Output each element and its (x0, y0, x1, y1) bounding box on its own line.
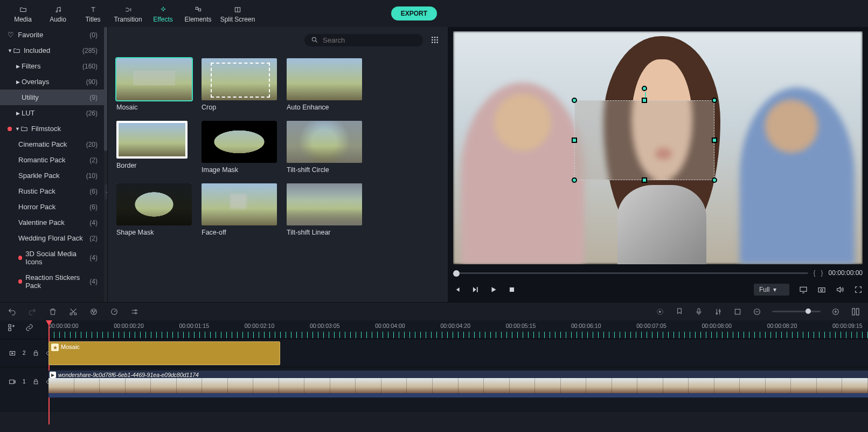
sidebar-pack-item[interactable]: Romantic Pack(2) (0, 152, 107, 168)
sidebar-count: (90) (86, 78, 101, 86)
snapshot-icon[interactable] (817, 285, 826, 294)
undo-button[interactable] (8, 307, 16, 316)
speed-button[interactable] (110, 307, 119, 316)
export-button[interactable]: EXPORT (391, 6, 437, 20)
scrub-knob[interactable] (453, 270, 460, 277)
tab-media[interactable]: Media (5, 4, 40, 23)
zoom-slider[interactable] (772, 311, 821, 312)
play-pause-button[interactable] (471, 286, 479, 293)
tab-titles[interactable]: Titles (75, 4, 110, 23)
stop-button[interactable] (508, 286, 516, 293)
resize-handle-tl[interactable] (572, 98, 577, 103)
scrub-track[interactable] (453, 272, 808, 274)
thumb-image (116, 121, 188, 159)
resize-handle-ml[interactable] (572, 138, 577, 143)
resize-handle-bl[interactable] (572, 177, 577, 183)
cut-button[interactable] (69, 307, 78, 316)
effect-thumb-shape-mask[interactable]: Shape Mask (116, 183, 192, 236)
sidebar-scrollbar[interactable] (104, 27, 107, 302)
delete-button[interactable] (48, 307, 57, 316)
tab-audio[interactable]: Audio (40, 4, 75, 23)
tab-effects[interactable]: Effects (145, 4, 180, 23)
tab-splitscreen[interactable]: Split Screen (216, 4, 260, 23)
sidebar-pack-item[interactable]: Rustic Pack(6) (0, 183, 107, 199)
lock-icon[interactable] (32, 378, 39, 385)
fullscreen-icon[interactable] (854, 285, 863, 294)
play-button[interactable] (490, 286, 497, 293)
volume-icon[interactable] (836, 285, 844, 294)
rotate-handle[interactable] (642, 86, 647, 91)
timeline-ruler[interactable]: 00:00:00:0000:00:00:2000:00:01:1500:00:0… (48, 320, 868, 339)
sidebar-pack-item[interactable]: Valentine Pack(4) (0, 215, 107, 230)
effect-thumb-auto-enhance[interactable]: Auto Enhance (287, 58, 362, 111)
grid-view-icon[interactable] (430, 36, 439, 44)
sidebar-pack-item[interactable]: 3D Social Media Icons(4) (0, 246, 107, 270)
prev-frame-button[interactable] (453, 286, 461, 293)
voiceover-button[interactable] (695, 307, 703, 316)
effect-thumb-mosaic[interactable]: Mosaic (116, 58, 192, 111)
preview-viewer[interactable] (453, 31, 863, 264)
mark-in[interactable]: { (814, 269, 816, 277)
link-button[interactable] (25, 324, 33, 332)
color-button[interactable] (89, 307, 98, 316)
ruler-label: 00:00:01:15 (179, 323, 209, 329)
zoom-out-button[interactable] (753, 307, 761, 316)
redo-button[interactable] (28, 307, 37, 316)
sidebar-pack-item[interactable]: Wedding Floral Pack(2) (0, 230, 107, 246)
zoom-knob[interactable] (805, 308, 811, 314)
sidebar-pack-item[interactable]: Sparkle Pack(10) (0, 168, 107, 183)
resize-handle-bm[interactable] (642, 177, 647, 183)
sidebar-label: Sparkle Pack (18, 172, 60, 180)
effect-clip-mosaic[interactable]: ★ Mosaic (48, 341, 280, 365)
zoom-in-button[interactable] (831, 307, 840, 316)
thumb-label: Border (116, 162, 192, 169)
resize-handle-br[interactable] (712, 177, 717, 183)
sidebar-item-filmstock[interactable]: ▼ Filmstock (0, 121, 107, 136)
tab-label: Effects (145, 16, 180, 23)
thumb-image (202, 58, 277, 100)
mark-out[interactable]: } (821, 269, 823, 277)
sidebar-collapse-handle[interactable]: ◀ (105, 184, 108, 200)
effect-thumb-face-off[interactable]: Face-off (202, 183, 277, 236)
track-number: 1 (23, 379, 26, 385)
settings-button[interactable] (130, 307, 139, 316)
resize-handle-mr[interactable] (712, 138, 717, 143)
tab-elements[interactable]: Elements (180, 4, 216, 23)
zoom-fit-button[interactable] (851, 307, 860, 317)
effect-thumb-image-mask[interactable]: Image Mask (202, 121, 277, 174)
sidebar-item-filters[interactable]: ▶ Filters (160) (0, 58, 107, 74)
render-button[interactable] (656, 307, 664, 316)
marker-button[interactable] (675, 307, 684, 316)
ruler-label: 00:00:03:05 (310, 323, 339, 329)
sidebar-pack-item[interactable]: Cinematic Pack(20) (0, 136, 107, 152)
audio-mixer-button[interactable] (714, 307, 723, 316)
sidebar-count: (2) (89, 235, 101, 242)
sidebar-item-overlays[interactable]: ▶ Overlays (90) (0, 74, 107, 90)
add-track-button[interactable] (8, 324, 16, 332)
effect-thumb-tilt-shift-linear[interactable]: Tilt-shift Linear (287, 183, 362, 236)
sidebar-item-utility[interactable]: Utility (9) (0, 90, 107, 105)
sidebar-label: Filters (22, 62, 40, 70)
sidebar-pack-item[interactable]: Reaction Stickers Pack(4) (0, 270, 107, 293)
sidebar-item-favorite[interactable]: ♡ Favorite (0) (0, 27, 107, 43)
effect-thumb-crop[interactable]: Crop (202, 58, 277, 111)
lock-icon[interactable] (32, 349, 39, 356)
preview-scrubber[interactable]: { } 00:00:00:00 (453, 266, 863, 279)
resize-handle-tr[interactable] (712, 98, 717, 103)
quality-select[interactable]: Full ▾ (754, 284, 789, 296)
sidebar-item-included[interactable]: ▼ Included (285) (0, 43, 107, 58)
effect-thumb-tilt-shift-circle[interactable]: Tilt-shift Circle (287, 121, 362, 174)
monitor-icon[interactable] (799, 285, 808, 294)
tab-transition[interactable]: Transition (110, 4, 145, 23)
thumb-image (287, 183, 362, 225)
track-effect: 2 ★ Mosaic (0, 339, 868, 367)
resize-handle-tm[interactable] (642, 98, 647, 103)
sidebar-pack-item[interactable]: Horror Pack(6) (0, 199, 107, 215)
mosaic-selection[interactable] (574, 100, 714, 180)
search-input[interactable] (304, 34, 423, 46)
video-clip[interactable]: ▶ wondershare-9c0d78f6-6eb1-4469-91ea-e0… (48, 371, 868, 393)
search-field[interactable] (323, 36, 416, 44)
crop-button[interactable] (733, 307, 742, 316)
effect-thumb-border[interactable]: Border (116, 121, 192, 174)
sidebar-item-lut[interactable]: ▶ LUT (26) (0, 105, 107, 121)
